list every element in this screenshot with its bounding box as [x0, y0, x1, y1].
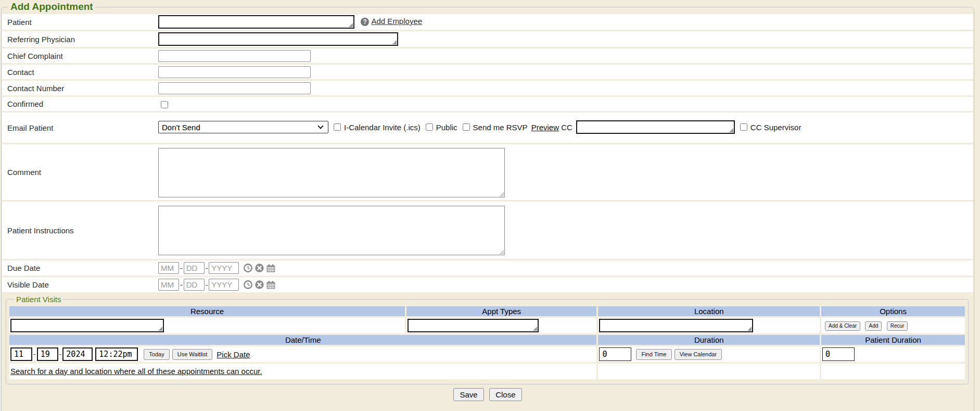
form-row-chief-complaint: Chief Complaint: [2, 48, 973, 63]
cc-supervisor-label: CC Supervisor: [750, 123, 801, 132]
clear-icon[interactable]: [255, 280, 264, 289]
due-date-year-input[interactable]: [209, 262, 239, 274]
add-appointment-section: Add Appointment Patient ? Add Employee R…: [1, 1, 974, 411]
date-time-header: Date/Time: [9, 335, 596, 345]
visit-month-input[interactable]: [10, 347, 32, 361]
comment-textarea[interactable]: [158, 148, 505, 197]
contact-number-label: Contact Number: [2, 81, 153, 95]
save-button[interactable]: Save: [453, 388, 483, 401]
clock-icon[interactable]: [244, 280, 252, 289]
footer-actions: Save Close: [2, 388, 973, 401]
patient-duration-header: Patient Duration: [821, 335, 965, 345]
public-checkbox[interactable]: [426, 123, 433, 131]
icalendar-invite-label: I-Calendar Invite (.ics): [344, 123, 421, 132]
appt-types-header: Appt Types: [406, 306, 596, 316]
patient-visits-table: Resource Appt Types Location Options Add…: [8, 305, 966, 381]
due-date-month-input[interactable]: [158, 262, 179, 274]
visible-date-month-input[interactable]: [158, 279, 179, 291]
options-header: Options: [821, 306, 965, 316]
cc-label: CC: [561, 123, 572, 132]
visible-date-year-input[interactable]: [209, 279, 239, 291]
contact-label: Contact: [2, 65, 153, 79]
email-patient-label: Email Patient: [2, 113, 153, 143]
resource-input[interactable]: [10, 319, 164, 332]
page-title: Add Appointment: [8, 1, 95, 13]
patient-instructions-textarea[interactable]: [158, 206, 505, 255]
use-waitlist-button[interactable]: Use Waitlist: [172, 349, 213, 360]
clock-icon[interactable]: [244, 264, 252, 272]
location-input[interactable]: [599, 319, 753, 332]
confirmed-checkbox[interactable]: [161, 101, 168, 108]
visit-year-input[interactable]: [62, 347, 93, 361]
clear-icon[interactable]: [255, 264, 264, 272]
duration-header: Duration: [598, 335, 820, 345]
add-and-clear-button[interactable]: Add & Clear: [825, 321, 860, 331]
visible-date-label: Visible Date: [2, 277, 153, 292]
visible-date-day-input[interactable]: [184, 279, 205, 291]
form-row-email-patient: Email Patient Don't Send I-Calendar Invi…: [2, 113, 973, 143]
patient-visits-legend: Patient Visits: [14, 295, 63, 304]
appt-types-input[interactable]: [408, 319, 539, 332]
email-patient-select[interactable]: Don't Send: [158, 121, 328, 133]
patient-duration-input[interactable]: [822, 347, 855, 361]
patient-label: Patient: [2, 14, 153, 30]
icalendar-invite-checkbox[interactable]: [334, 123, 341, 131]
send-me-rsvp-label: Send me RSVP: [473, 123, 528, 132]
confirmed-label: Confirmed: [2, 97, 153, 111]
question-icon[interactable]: ?: [361, 18, 369, 26]
visits-date-row: -- Today Use Waitlist Pick Date Find Tim…: [9, 346, 965, 362]
public-label: Public: [436, 123, 457, 132]
visits-input-row: Add & Clear Add Recur: [9, 318, 965, 333]
comment-label: Comment: [2, 144, 153, 200]
due-date-day-input[interactable]: [184, 262, 205, 274]
visits-header-row-2: Date/Time Duration Patient Duration: [9, 335, 965, 345]
calendar-icon[interactable]: [266, 281, 275, 289]
pick-date-link[interactable]: Pick Date: [217, 350, 250, 359]
form-row-patient: Patient ? Add Employee: [2, 14, 973, 30]
form-row-confirmed: Confirmed: [2, 97, 973, 111]
recur-button[interactable]: Recur: [887, 321, 908, 331]
add-button[interactable]: Add: [865, 321, 882, 331]
location-header: Location: [598, 306, 820, 316]
form-row-referring-physician: Referring Physician: [2, 31, 973, 47]
contact-number-input[interactable]: [158, 82, 311, 94]
search-day-location-link[interactable]: Search for a day and location where all …: [10, 367, 262, 376]
resource-header: Resource: [9, 306, 405, 316]
form-row-contact: Contact: [2, 65, 973, 79]
referring-physician-input[interactable]: [158, 32, 398, 46]
due-date-label: Due Date: [2, 260, 153, 276]
close-button[interactable]: Close: [489, 388, 521, 401]
patient-instructions-label: Patient Instructions: [2, 202, 153, 259]
contact-input[interactable]: [158, 66, 311, 78]
form-row-due-date: Due Date --: [2, 260, 973, 276]
view-calendar-button[interactable]: View Calendar: [674, 349, 722, 360]
chief-complaint-label: Chief Complaint: [2, 48, 153, 63]
appointment-form: Patient ? Add Employee Referring Physici…: [2, 13, 973, 294]
chief-complaint-input[interactable]: [158, 50, 311, 62]
referring-physician-label: Referring Physician: [2, 31, 153, 47]
duration-input[interactable]: [599, 347, 631, 361]
visit-time-input[interactable]: [95, 347, 138, 361]
visits-header-row-1: Resource Appt Types Location Options: [9, 306, 965, 316]
calendar-icon[interactable]: [266, 264, 275, 272]
form-row-visible-date: Visible Date --: [2, 277, 973, 292]
form-row-comment: Comment: [2, 144, 973, 200]
cc-input[interactable]: [576, 120, 735, 134]
find-time-button[interactable]: Find Time: [636, 349, 671, 360]
today-button[interactable]: Today: [144, 349, 169, 360]
patient-visits-section: Patient Visits Resource Appt Types Locat…: [6, 295, 969, 384]
cc-supervisor-checkbox[interactable]: [740, 123, 747, 131]
form-row-patient-instructions: Patient Instructions: [2, 202, 973, 259]
add-employee-link[interactable]: Add Employee: [372, 17, 423, 26]
patient-input[interactable]: [158, 15, 354, 29]
send-me-rsvp-checkbox[interactable]: [463, 123, 470, 131]
visits-search-row: Search for a day and location where all …: [9, 364, 965, 379]
preview-link[interactable]: Preview: [531, 123, 559, 132]
visit-day-input[interactable]: [37, 347, 58, 361]
form-row-contact-number: Contact Number: [2, 81, 973, 95]
